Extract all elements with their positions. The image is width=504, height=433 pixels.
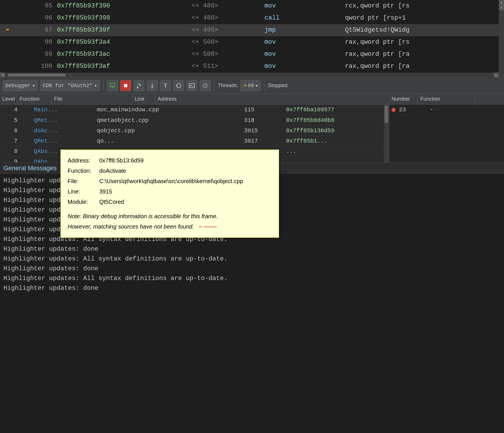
stop-btn[interactable] xyxy=(120,80,131,91)
stack-cell: 0x7ff85b136d59 xyxy=(284,125,389,136)
threads-label: Threads: xyxy=(218,83,238,89)
disasm-operands: rax,qword ptr [ra xyxy=(343,60,504,72)
step-into-btn[interactable] xyxy=(147,80,158,91)
thread-arrow-icon: ➜ xyxy=(243,82,247,89)
scroll-up-arrow[interactable]: ▲ xyxy=(499,0,504,5)
stack-cell: qo... xyxy=(95,136,242,146)
disasm-row[interactable]: ➜970x7ff85b93f39f<+ 495>jmpQt5Widgetsd!Q… xyxy=(0,24,504,36)
disasm-row[interactable]: 990x7ff85b93f3ac<+ 508>movrax,qword ptr … xyxy=(0,48,504,60)
stack-cell: QMet... xyxy=(32,136,95,146)
breakpoints-table: 23- xyxy=(389,105,504,115)
disasm-operands: Qt5Widgetsd!QWidg xyxy=(343,24,504,36)
stack-cell: QMet... xyxy=(32,115,95,125)
status-label: Stopped. xyxy=(268,83,289,89)
debugger-dropdown[interactable]: Debugger ▾ xyxy=(3,80,38,91)
tooltip-file-label: File: xyxy=(68,176,99,186)
restart-btn[interactable] xyxy=(173,80,184,91)
svg-point-12 xyxy=(204,84,206,87)
message-line: Highlighter updates: All syntax definiti… xyxy=(3,254,501,264)
threads-chevron-icon: ▾ xyxy=(255,83,258,89)
tooltip-file-row: File: C:\Users\qt\work\qt\qtbase\src\cor… xyxy=(68,176,272,186)
disasm-area: 950x7ff85b93f390<+ 480>movrcx,qword ptr … xyxy=(0,0,504,78)
scroll-down-arrow[interactable]: ▼ xyxy=(499,5,504,10)
svg-rect-0 xyxy=(110,83,115,87)
stack-cell: 0x7ff6ba109577 xyxy=(284,105,389,115)
bp-col-function: Function xyxy=(418,94,476,104)
tooltip-warning-text: However, matching sources have not been … xyxy=(68,223,194,230)
disasm-operands: qword ptr [rsp+1 xyxy=(343,12,504,24)
disasm-address: 0x7ff85b93f3ac xyxy=(55,48,189,60)
debugger-toolbar: Debugger ▾ CDB for "OAuth2" ▾ xyxy=(0,78,504,94)
stack-cell: 4 xyxy=(0,105,32,115)
disasm-scrollbar-vertical[interactable]: ▲ ▼ xyxy=(499,0,504,78)
disasm-mnemonic: mov xyxy=(262,0,343,12)
disasm-mnemonic: call xyxy=(262,12,343,24)
console-btn[interactable] xyxy=(186,80,197,91)
tooltip-line-label: Line: xyxy=(68,187,99,196)
disasm-address: 0x7ff85b93f39f xyxy=(55,24,189,36)
stack-cell: Main... xyxy=(32,105,95,115)
disasm-mnemonic: mov xyxy=(262,48,343,60)
toolbar-separator-1 xyxy=(103,81,104,91)
message-line: Highlighter updates: done xyxy=(3,283,501,293)
scroll-thumb-h[interactable] xyxy=(8,74,66,76)
thread-number: #0 xyxy=(248,83,254,89)
tooltip-address-label: Address: xyxy=(68,156,99,165)
stack-cell: 9 xyxy=(0,156,32,162)
bp-number-cell: 23 xyxy=(389,105,427,115)
tooltip-line-row: Line: 3915 xyxy=(68,187,272,196)
stack-scrollbar-vertical[interactable] xyxy=(384,105,389,162)
disasm-row[interactable]: 960x7ff85b93f398<+ 488>callqword ptr [rs… xyxy=(0,12,504,24)
col-header-line: Line xyxy=(132,94,155,104)
scroll-right-arrow[interactable]: ▶ xyxy=(494,72,499,78)
scroll-left-arrow[interactable]: ◀ xyxy=(0,72,5,78)
stack-cell: 3917 xyxy=(242,136,284,146)
stack-cell: qobject.cpp xyxy=(95,125,242,136)
step-out-btn[interactable] xyxy=(160,80,171,91)
step-over-btn[interactable] xyxy=(133,80,144,91)
record-btn[interactable] xyxy=(107,80,118,91)
stack-cell: 0x7ff85b1... xyxy=(284,136,389,146)
debugger-label: Debugger xyxy=(5,83,30,89)
stack-cell: 3915 xyxy=(242,125,284,136)
breakpoint-row[interactable]: 23- xyxy=(389,105,504,115)
stack-cell: ... xyxy=(284,156,389,162)
disasm-address: 0x7ff85b93f3a4 xyxy=(55,36,189,48)
tooltip-line-value: 3915 xyxy=(99,187,112,196)
cdb-dropdown[interactable]: CDB for "OAuth2" ▾ xyxy=(40,80,100,91)
threads-dropdown[interactable]: ➜ #0 ▾ xyxy=(240,80,261,91)
stack-cell: qmetaobject.cpp xyxy=(95,115,242,125)
stack-cell: 8 xyxy=(0,146,32,156)
disasm-row[interactable]: 950x7ff85b93f390<+ 480>movrcx,qword ptr … xyxy=(0,0,504,12)
col-header-level: Level xyxy=(0,94,17,104)
tooltip-module-label: Module: xyxy=(68,197,99,207)
stack-row[interactable]: 4Main...moc_mainwindow.cpp1150x7ff6ba109… xyxy=(0,105,389,115)
messages-title: General Messages xyxy=(3,164,57,172)
disasm-offset: <+ 508> xyxy=(189,48,262,60)
col-header-address: Address xyxy=(155,94,216,104)
stack-cell: 6 xyxy=(0,125,32,136)
stack-row[interactable]: 6doAc...qobject.cpp39150x7ff85b136d59 xyxy=(0,125,389,136)
stack-row[interactable]: 5QMet...qmetaobject.cpp3180x7ff85b0d40b8 xyxy=(0,115,389,125)
stack-row[interactable]: 7QMet...qo...39170x7ff85b1... xyxy=(0,136,389,146)
disasm-linenum: 96 xyxy=(14,12,55,24)
run-to-cursor-btn[interactable] xyxy=(200,80,211,91)
col-header-function: Function xyxy=(17,94,52,104)
stack-scroll-thumb[interactable] xyxy=(385,106,388,123)
disasm-scrollbar-horizontal[interactable]: ◀ ▶ xyxy=(0,73,499,77)
disasm-row[interactable]: 1000x7ff85b93f3af<+ 511>movrax,qword ptr… xyxy=(0,60,504,72)
disasm-operands: rax,qword ptr [rs xyxy=(343,36,504,48)
bp-col-number: Number xyxy=(389,94,418,104)
red-arrow-annotation: ←—— xyxy=(198,223,217,230)
disasm-row[interactable]: 980x7ff85b93f3a4<+ 500>movrax,qword ptr … xyxy=(0,36,504,48)
disasm-mnemonic: jmp xyxy=(262,24,343,36)
tooltip-function-row: Function: doActivate xyxy=(68,166,272,176)
tooltip-function-label: Function: xyxy=(68,166,99,176)
tooltip-address-value: 0x7ff8:5b13:6d59 xyxy=(99,156,144,165)
breakpoints-section: Number Function 23- xyxy=(389,94,504,162)
tooltip-module-row: Module: Qt5Cored xyxy=(68,197,272,207)
disasm-offset: <+ 480> xyxy=(189,0,262,12)
debugger-chevron-icon: ▾ xyxy=(32,83,35,89)
current-row-arrow: ➜ xyxy=(5,26,9,34)
tooltip-note-text: Note: Binary debug information is access… xyxy=(68,213,218,219)
